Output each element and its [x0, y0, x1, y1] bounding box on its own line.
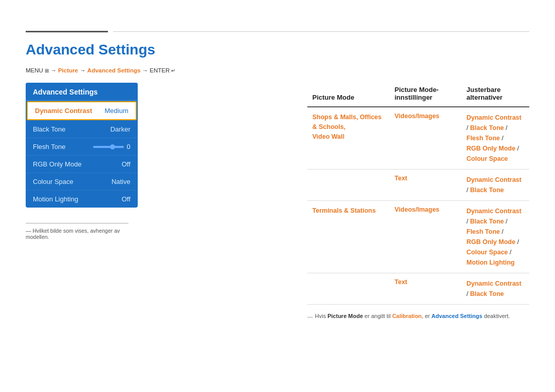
flesh-tone-slider-thumb: [110, 144, 115, 150]
footnote-text: ― Hvilket bilde som vises, avhenger av m…: [26, 228, 128, 240]
menu-item-rgb-only-mode[interactable]: RGB Only Mode Off: [26, 156, 138, 173]
table-cell-picture-mode-2: [307, 170, 390, 201]
table-row: Text Dynamic Contrast / Black Tone: [307, 273, 529, 305]
menu-item-dynamic-contrast-value: Medium: [105, 107, 128, 115]
table-cell-adjustable-4: Dynamic Contrast / Black Tone: [461, 273, 529, 305]
table-cell-picture-mode-3: Terminals & Stations: [307, 201, 390, 273]
table-cell-picture-mode-4: [307, 273, 390, 305]
bottom-note-calibration: Calibration: [392, 313, 421, 319]
menu-item-black-tone[interactable]: Black Tone Darker: [26, 121, 138, 138]
info-table: Picture Mode Picture Mode-innstillinger …: [307, 83, 529, 305]
table-cell-adjustable-1: Dynamic Contrast / Black Tone / Flesh To…: [461, 107, 529, 170]
flesh-tone-slider-wrapper: 0: [93, 143, 131, 151]
breadcrumb-arrow3: → ENTER: [140, 67, 171, 73]
bottom-note-advanced-settings: Advanced Settings: [432, 313, 483, 319]
breadcrumb-arrow1: →: [49, 67, 58, 73]
breadcrumb-advanced-settings: Advanced Settings: [87, 67, 141, 73]
menu-item-motion-lighting[interactable]: Motion Lighting Off: [26, 191, 138, 208]
menu-item-black-tone-value: Darker: [110, 125, 131, 133]
table-cell-adjustable-2: Dynamic Contrast / Black Tone: [461, 170, 529, 201]
table-row: Terminals & Stations Videos/Images Dynam…: [307, 201, 529, 273]
table-header-row: Picture Mode Picture Mode-innstillinger …: [307, 83, 529, 107]
menu-item-motion-lighting-label: Motion Lighting: [33, 195, 78, 203]
table-cell-mode-setting-1: Videos/Images: [390, 107, 461, 170]
breadcrumb-enter-icon: ↵: [171, 68, 175, 73]
bottom-note: ― Hvis Picture Mode er angitt til Calibr…: [307, 313, 529, 320]
table-row: Text Dynamic Contrast / Black Tone: [307, 170, 529, 201]
breadcrumb: MENU ⊞ → Picture → Advanced Settings → E…: [26, 67, 529, 73]
top-rule: [26, 31, 529, 32]
table-cell-mode-setting-2: Text: [390, 170, 461, 201]
menu-item-black-tone-label: Black Tone: [33, 125, 65, 133]
left-panel: Advanced Settings Dynamic Contrast Mediu…: [26, 83, 138, 320]
menu-item-colour-space-value: Native: [112, 178, 131, 185]
menu-item-dynamic-contrast-label: Dynamic Contrast: [35, 107, 92, 115]
settings-menu-title: Advanced Settings: [26, 83, 138, 101]
flesh-tone-value: 0: [127, 143, 131, 151]
footnote-section: ― Hvilket bilde som vises, avhenger av m…: [26, 223, 128, 240]
bottom-note-dash: ―: [307, 313, 313, 320]
flesh-tone-slider[interactable]: [93, 146, 124, 148]
content-area: Advanced Settings Dynamic Contrast Mediu…: [26, 83, 529, 320]
col-header-mode-settings: Picture Mode-innstillinger: [390, 83, 461, 107]
table-row: Shops & Malls, Offices & Schools,Video W…: [307, 107, 529, 170]
menu-item-rgb-only-mode-label: RGB Only Mode: [33, 160, 82, 168]
right-panel: Picture Mode Picture Mode-innstillinger …: [307, 83, 529, 320]
menu-item-dynamic-contrast[interactable]: Dynamic Contrast Medium: [27, 101, 137, 120]
col-header-picture-mode: Picture Mode: [307, 83, 390, 107]
breadcrumb-menu-icon: ⊞: [45, 68, 49, 73]
table-cell-adjustable-3: Dynamic Contrast / Black Tone / Flesh To…: [461, 201, 529, 273]
table-cell-mode-setting-3: Videos/Images: [390, 201, 461, 273]
breadcrumb-arrow2: →: [78, 67, 87, 73]
bottom-note-picture-mode: Picture Mode: [327, 313, 363, 319]
table-cell-picture-mode-1: Shops & Malls, Offices & Schools,Video W…: [307, 107, 390, 170]
menu-item-flesh-tone[interactable]: Flesh Tone 0: [26, 138, 138, 156]
bottom-note-content: Hvis Picture Mode er angitt til Calibrat…: [315, 313, 510, 319]
menu-item-motion-lighting-value: Off: [122, 195, 131, 203]
col-header-adjustable: Justerbare alternativer: [461, 83, 529, 107]
breadcrumb-picture: Picture: [58, 67, 78, 73]
menu-item-colour-space-label: Colour Space: [33, 178, 73, 185]
page-title: Advanced Settings: [26, 42, 529, 58]
breadcrumb-menu: MENU: [26, 67, 45, 73]
table-cell-mode-setting-4: Text: [390, 273, 461, 305]
settings-menu: Advanced Settings Dynamic Contrast Mediu…: [26, 83, 138, 208]
menu-item-rgb-only-mode-value: Off: [122, 160, 131, 168]
menu-item-colour-space[interactable]: Colour Space Native: [26, 173, 138, 191]
menu-item-flesh-tone-label: Flesh Tone: [33, 143, 65, 151]
